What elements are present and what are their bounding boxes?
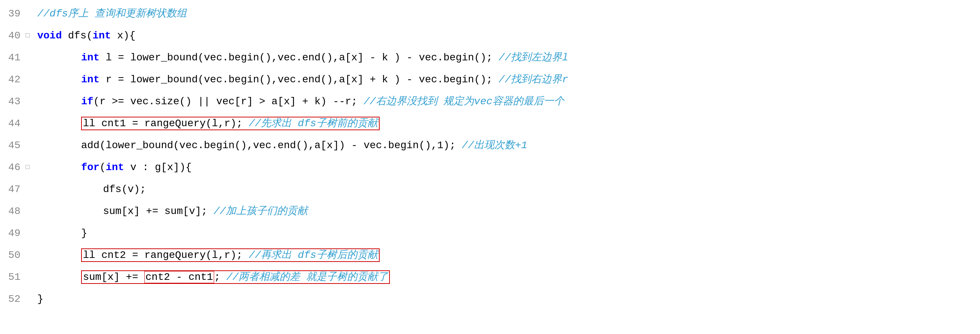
line-number: 39 (4, 6, 25, 22)
line-number: 52 (4, 291, 25, 307)
code-editor: 39//dfs序上 查询和更新树状数组40□void dfs(int x){41… (0, 0, 980, 313)
code-content: } (34, 291, 976, 307)
code-line: 42int r = lower_bound(vec.begin(),vec.en… (0, 69, 980, 91)
line-number: 43 (4, 94, 25, 109)
code-line: 46□for(int v : g[x]){ (0, 157, 980, 179)
code-content: ll cnt1 = rangeQuery(l,r); //先求出 dfs子树前的… (34, 116, 976, 131)
fold-icon[interactable]: □ (25, 162, 34, 173)
code-content: sum[x] += cnt2 - cnt1; //两者相减的差 就是子树的贡献了 (34, 269, 976, 285)
line-number: 49 (4, 225, 25, 241)
code-line: 43if(r >= vec.size() || vec[r] > a[x] + … (0, 91, 980, 113)
line-number: 41 (4, 50, 25, 66)
line-number: 51 (4, 269, 25, 285)
code-content: int r = lower_bound(vec.begin(),vec.end(… (34, 72, 976, 88)
line-number: 42 (4, 72, 25, 88)
code-line: 41int l = lower_bound(vec.begin(),vec.en… (0, 47, 980, 69)
code-content: //dfs序上 查询和更新树状数组 (34, 6, 976, 22)
highlight-box: ll cnt1 = rangeQuery(l,r); //先求出 dfs子树前的… (81, 117, 380, 130)
code-content: if(r >= vec.size() || vec[r] > a[x] + k)… (34, 94, 976, 109)
code-content: dfs(v); (34, 181, 976, 197)
code-content: add(lower_bound(vec.begin(),vec.end(),a[… (34, 137, 976, 153)
code-line: 44ll cnt1 = rangeQuery(l,r); //先求出 dfs子树… (0, 113, 980, 134)
code-line: 45add(lower_bound(vec.begin(),vec.end(),… (0, 134, 980, 157)
line-number: 50 (4, 247, 25, 263)
code-line: 48sum[x] += sum[v]; //加上孩子们的贡献 (0, 200, 980, 222)
highlight-box: sum[x] += cnt2 - cnt1; //两者相减的差 就是子树的贡献了 (81, 270, 390, 284)
line-number: 45 (4, 137, 25, 153)
code-line: 49} (0, 222, 980, 245)
line-number: 48 (4, 203, 25, 219)
code-line: 47dfs(v); (0, 179, 980, 200)
code-content: sum[x] += sum[v]; //加上孩子们的贡献 (34, 203, 976, 219)
code-line: 39//dfs序上 查询和更新树状数组 (0, 3, 980, 25)
fold-icon[interactable]: □ (25, 31, 34, 41)
code-content: ll cnt2 = rangeQuery(l,r); //再求出 dfs子树后的… (34, 247, 976, 263)
code-content: } (34, 225, 976, 241)
code-line: 52} (0, 288, 980, 310)
code-content: void dfs(int x){ (34, 28, 976, 43)
line-number: 40 (4, 28, 25, 43)
code-content: int l = lower_bound(vec.begin(),vec.end(… (34, 50, 976, 66)
line-number: 46 (4, 160, 25, 175)
code-line: 51sum[x] += cnt2 - cnt1; //两者相减的差 就是子树的贡… (0, 266, 980, 288)
highlight-box: ll cnt2 = rangeQuery(l,r); //再求出 dfs子树后的… (81, 248, 380, 262)
code-content: for(int v : g[x]){ (34, 160, 976, 175)
line-number: 44 (4, 116, 25, 131)
line-number: 47 (4, 181, 25, 197)
code-line: 50ll cnt2 = rangeQuery(l,r); //再求出 dfs子树… (0, 245, 980, 266)
code-line: 40□void dfs(int x){ (0, 25, 980, 47)
